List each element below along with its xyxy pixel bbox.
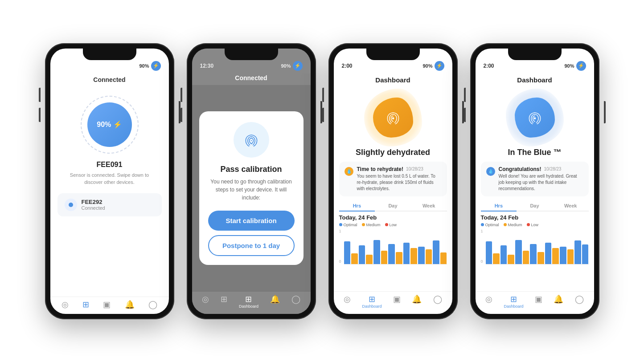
nav-profile-4[interactable]: ◯ xyxy=(575,295,584,309)
nav-sensor[interactable]: ◎ xyxy=(62,301,69,309)
fingerprint-icon-3 xyxy=(385,110,401,126)
legend-dot-optimal-3 xyxy=(339,223,342,226)
chart-tabs-4: Hrs Day Week xyxy=(481,201,589,212)
bar xyxy=(560,247,566,264)
nav-dashboard-3[interactable]: ⊞ Dashboard xyxy=(362,295,382,309)
chart-legend-3: Optimal Medium Low xyxy=(339,223,447,227)
status-right-4: 90% ⚡ xyxy=(564,61,586,71)
status-right-2: 90% ⚡ xyxy=(281,61,302,71)
chart-bars-3 xyxy=(344,233,447,264)
alert-title-3: Time to rehydrate! xyxy=(357,166,403,172)
dashboard-header-3: Dashboard xyxy=(334,73,452,86)
chart-tab-hrs-4[interactable]: Hrs xyxy=(481,201,517,212)
chart-tab-day-3[interactable]: Day xyxy=(375,201,411,212)
bar xyxy=(351,253,358,264)
cal-icon-4: ▣ xyxy=(535,295,542,303)
outer-ring: 90% ⚡ xyxy=(81,96,139,154)
device-list-status: Connected xyxy=(82,205,105,211)
sensor-icon: ◎ xyxy=(62,301,69,309)
nav-bell-4[interactable]: 🔔 xyxy=(554,295,563,309)
lightning-badge-2: ⚡ xyxy=(293,61,303,71)
sensor-icon-2: ◎ xyxy=(202,295,209,303)
nav-bell-1[interactable]: 🔔 xyxy=(125,301,135,309)
dashboard-icon-4: ⊞ xyxy=(510,295,517,303)
nav-calendar-1[interactable]: ▣ xyxy=(103,301,111,309)
status-right-3: 90% ⚡ xyxy=(422,61,444,71)
bar xyxy=(396,252,402,264)
nav-bell-2[interactable]: 🔔 xyxy=(270,295,280,309)
profile-icon-4: ◯ xyxy=(575,295,584,303)
bar xyxy=(366,255,373,264)
legend-label-low-4: Low xyxy=(531,223,539,227)
start-calibration-button[interactable]: Start calibration xyxy=(208,211,295,231)
svg-point-1 xyxy=(392,118,394,119)
chart-tab-week-3[interactable]: Week xyxy=(411,201,447,212)
bell-icon-4: 🔔 xyxy=(554,295,563,303)
chart-tab-hrs-3[interactable]: Hrs xyxy=(339,201,375,212)
modal-icon xyxy=(234,122,269,158)
calendar-icon-1: ▣ xyxy=(103,301,111,309)
nav-cal-4[interactable]: ▣ xyxy=(535,295,542,309)
chart-date-4: Today, 24 Feb xyxy=(481,214,589,221)
device-list-name: FEE292 xyxy=(82,199,105,205)
bar xyxy=(530,244,537,264)
bar xyxy=(493,253,500,264)
nav-dashboard-2[interactable]: ⊞ Dashboard xyxy=(239,295,258,309)
hydration-blob-3 xyxy=(366,91,420,144)
legend-optimal-4: Optimal xyxy=(481,223,499,227)
nav-sensor-2[interactable]: ◎ xyxy=(202,295,209,309)
bar xyxy=(552,248,559,264)
legend-dot-medium-3 xyxy=(362,223,365,226)
bar xyxy=(500,245,507,264)
y-bot-4: 0 xyxy=(481,259,483,264)
bar xyxy=(508,255,514,264)
bar xyxy=(381,251,388,264)
legend-dot-low-3 xyxy=(385,223,388,226)
dashboard-label-4: Dashboard xyxy=(504,304,524,309)
nav-dashboard-4[interactable]: ⊞ Dashboard xyxy=(504,295,524,309)
dashboard-icon-1: ⊞ xyxy=(82,301,89,309)
sensor-icon-4: ◎ xyxy=(485,295,492,303)
nav-sensor-3[interactable]: ◎ xyxy=(344,295,351,309)
nav-profile-2[interactable]: ◯ xyxy=(291,295,300,309)
nav-cal-3[interactable]: ▣ xyxy=(393,295,401,309)
legend-dot-low-4 xyxy=(527,223,530,226)
modal-title: Pass calibration xyxy=(208,165,295,174)
cal-icon-2: ⊞ xyxy=(221,295,227,303)
legend-low-3: Low xyxy=(385,223,397,227)
phone-4: 2:00 90% ⚡ Dashboard xyxy=(470,43,599,319)
alert-title-4: Congratulations! xyxy=(499,166,541,172)
chart-tab-day-4[interactable]: Day xyxy=(517,201,553,212)
dashboard-label-3: Dashboard xyxy=(362,304,382,309)
legend-label-low-3: Low xyxy=(390,223,397,227)
device-info: FEE292 Connected xyxy=(82,199,105,211)
nav-profile-3[interactable]: ◯ xyxy=(433,295,442,309)
profile-icon-3: ◯ xyxy=(433,295,442,303)
screens-container: 90% ⚡ Connected 90% ⚡ FEE091 Sensor is c… xyxy=(27,25,617,337)
nav-dashboard-1[interactable]: ⊞ xyxy=(82,301,89,309)
bottom-nav-4: ◎ ⊞ Dashboard ▣ 🔔 ◯ xyxy=(476,291,594,314)
phone-3: 2:00 90% ⚡ Dashboard xyxy=(328,43,458,319)
battery-pct-1: 90% xyxy=(139,63,149,69)
phone-1: 90% ⚡ Connected 90% ⚡ FEE091 Sensor is c… xyxy=(45,43,174,319)
legend-dot-medium-4 xyxy=(504,223,507,226)
nav-cal-2[interactable]: ⊞ xyxy=(221,295,227,309)
status-time-2: 12:30 xyxy=(200,63,214,69)
svg-point-2 xyxy=(534,118,536,119)
chart-y-4: 1 0 xyxy=(481,229,483,264)
sensor-icon-3: ◎ xyxy=(344,295,351,303)
postpone-button[interactable]: Postpone to 1 day xyxy=(208,235,295,256)
bar xyxy=(344,241,351,264)
nav-sensor-4[interactable]: ◎ xyxy=(485,295,492,309)
nav-profile-1[interactable]: ◯ xyxy=(148,301,157,309)
chart-y-3: 1 0 xyxy=(339,229,341,264)
chart-legend-4: Optimal Medium Low xyxy=(481,223,589,227)
chart-area-4: 1 0 xyxy=(481,229,589,264)
dashboard-label-2: Dashboard xyxy=(239,304,258,309)
notch-2 xyxy=(225,49,278,60)
device-list-item[interactable]: FEE292 Connected xyxy=(57,193,162,216)
device-desc: Sensor is connected. Swipe down to disco… xyxy=(50,171,169,186)
nav-bell-3[interactable]: 🔔 xyxy=(412,295,422,309)
chart-tab-week-4[interactable]: Week xyxy=(553,201,589,212)
bar xyxy=(440,252,447,264)
